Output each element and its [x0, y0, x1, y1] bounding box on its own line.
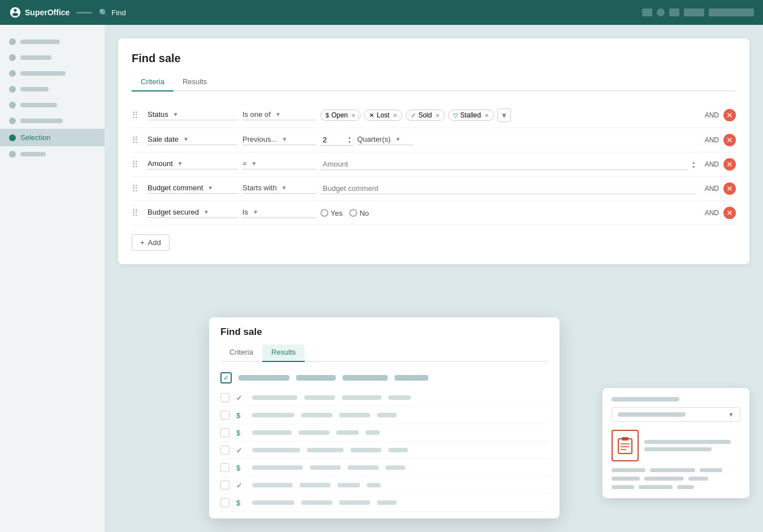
tab-criteria[interactable]: Criteria [132, 74, 174, 91]
result-row-7[interactable]: $ [220, 494, 548, 512]
row-checkbox-3[interactable] [220, 428, 229, 437]
sidebar-item-6[interactable] [0, 113, 105, 129]
sidebar-dot-2 [9, 54, 16, 61]
widget-bottom-cell-2-2 [644, 477, 684, 481]
result-row-5[interactable]: $ [220, 459, 548, 477]
result-row-3[interactable]: $ [220, 424, 548, 442]
widget-select-row[interactable]: ▼ [612, 407, 740, 422]
popup-tab-criteria[interactable]: Criteria [220, 345, 262, 362]
control-wide[interactable] [684, 8, 704, 16]
sidebar-item-3[interactable] [0, 66, 105, 81]
spin-down[interactable]: ▼ [348, 140, 352, 144]
field-status[interactable]: Status ▼ [148, 110, 238, 120]
op-budgetsecured[interactable]: Is ▼ [242, 208, 316, 218]
remove-budgetcomment[interactable]: ✕ [723, 182, 736, 195]
row-checkbox-1[interactable] [220, 393, 229, 402]
main-layout: Selection Find sale Criteria Results ⠿ S… [0, 25, 763, 532]
sidebar-item-4[interactable] [0, 81, 105, 97]
sidebar-item-1[interactable] [0, 34, 105, 50]
tab-results[interactable]: Results [174, 74, 216, 91]
radio-yes-label: Yes [331, 209, 343, 217]
page-title: Find sale [132, 52, 736, 65]
radio-no-label: No [359, 209, 369, 217]
op-budgetcomment-arrow: ▼ [281, 185, 287, 191]
amount-input[interactable] [320, 159, 688, 170]
field-amount[interactable]: Amount ▼ [148, 159, 238, 169]
field-budgetcomment[interactable]: Budget comment ▼ [148, 184, 238, 194]
control-circle[interactable] [657, 8, 665, 16]
sidebar-dot-3 [9, 70, 16, 77]
op-budgetsecured-arrow: ▼ [253, 209, 258, 215]
op-budgetcomment[interactable]: Starts with ▼ [242, 184, 316, 194]
drag-handle-budgetcomment[interactable]: ⠿ [132, 184, 143, 194]
tag-lost-label: Lost [376, 111, 389, 119]
control-long[interactable] [709, 8, 754, 16]
tag-sold-icon: ✓ [411, 112, 416, 119]
op-amount[interactable]: = ▼ [242, 159, 316, 169]
widget-bottom-rows [612, 468, 740, 489]
budget-comment-input[interactable] [320, 183, 696, 194]
row-checkbox-7[interactable] [220, 498, 229, 507]
op-status[interactable]: Is one of ▼ [242, 110, 316, 120]
spin-amount[interactable]: ▲ ▼ [692, 160, 696, 169]
control-box2[interactable] [669, 8, 679, 16]
tag-stalled-close[interactable]: ✕ [484, 112, 489, 119]
field-saledate[interactable]: Sale date ▼ [148, 135, 238, 145]
tag-sold[interactable]: ✓ Sold ✕ [406, 110, 445, 121]
field-saledate-label: Sale date [148, 135, 179, 143]
remove-amount[interactable]: ✕ [723, 158, 736, 171]
select-all-checkbox[interactable]: ✓ [220, 372, 232, 383]
popup-tab-results[interactable]: Results [262, 345, 305, 362]
radio-yes[interactable]: Yes [320, 209, 343, 217]
sidebar-dot-4 [9, 86, 16, 93]
remove-budgetsecured[interactable]: ✕ [723, 207, 736, 219]
number-input-saledate[interactable]: ▲ ▼ [320, 134, 354, 146]
app-logo[interactable]: SuperOffice [9, 6, 70, 19]
result-row-6[interactable]: ✓ [220, 477, 548, 494]
result-row-4[interactable]: ✓ [220, 442, 548, 459]
remove-status[interactable]: ✕ [723, 109, 736, 121]
add-criteria-button[interactable]: + Add [132, 234, 170, 251]
tag-open-close[interactable]: ✕ [351, 112, 356, 119]
row-checkbox-6[interactable] [220, 481, 229, 490]
row-checkbox-2[interactable] [220, 411, 229, 420]
widget-bottom-cell-2-3 [688, 477, 708, 481]
drag-handle-saledate[interactable]: ⠿ [132, 135, 143, 146]
result-row-1[interactable]: ✓ [220, 389, 548, 407]
row-cell-1-1 [252, 395, 297, 400]
result-row-2[interactable]: $ [220, 407, 548, 424]
row-checkbox-5[interactable] [220, 463, 229, 472]
tag-stalled[interactable]: ▽ Stalled ✕ [448, 110, 494, 121]
sidebar-item-5[interactable] [0, 97, 105, 113]
row-cell-2-4 [377, 413, 397, 417]
tag-lost[interactable]: ✕ Lost ✕ [364, 110, 402, 121]
titlebar-search[interactable]: 🔍 Find [99, 8, 125, 17]
sidebar-item-8[interactable] [0, 146, 105, 162]
op-saledate[interactable]: Previous... ▼ [242, 135, 316, 145]
row-checkbox-4[interactable] [220, 446, 229, 455]
field-budgetsecured[interactable]: Budget secured ▼ [148, 208, 238, 218]
row-cell-1-3 [342, 395, 382, 400]
tag-dropdown[interactable]: ▼ [497, 108, 511, 122]
sidebar-item-selection[interactable]: Selection [0, 129, 105, 146]
conj-amount: AND [705, 160, 719, 168]
radio-no[interactable]: No [349, 209, 369, 217]
tag-stalled-label: Stalled [460, 111, 481, 119]
unit-select-saledate[interactable]: Quarter(s) ▼ [357, 135, 414, 145]
tag-open[interactable]: $ Open ✕ [320, 110, 361, 121]
tag-sold-close[interactable]: ✕ [435, 112, 440, 119]
sidebar-item-2[interactable] [0, 50, 105, 66]
number-field-saledate[interactable] [323, 136, 345, 144]
spin-down-amount[interactable]: ▼ [692, 165, 696, 169]
drag-handle-amount[interactable]: ⠿ [132, 159, 143, 170]
field-budgetsecured-label: Budget secured [148, 208, 199, 216]
spin-up-amount[interactable]: ▲ [692, 160, 696, 164]
spin-up[interactable]: ▲ [348, 136, 352, 139]
tag-lost-close[interactable]: ✕ [393, 112, 397, 119]
tag-open-label: Open [331, 111, 348, 119]
drag-handle-status[interactable]: ⠿ [132, 110, 143, 121]
drag-handle-budgetsecured[interactable]: ⠿ [132, 208, 143, 219]
control-box1[interactable] [642, 8, 652, 16]
spin-saledate[interactable]: ▲ ▼ [348, 136, 352, 144]
remove-saledate[interactable]: ✕ [723, 134, 736, 146]
